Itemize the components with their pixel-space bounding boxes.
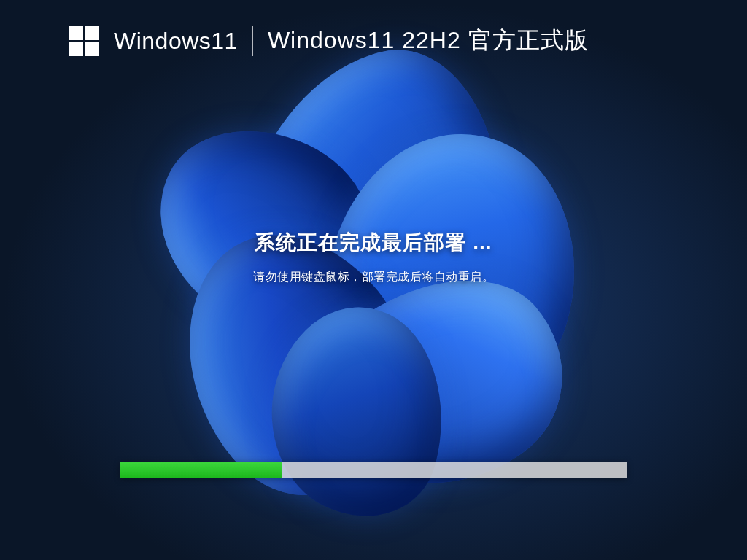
progress-bar xyxy=(120,462,627,478)
header-divider xyxy=(252,26,253,56)
status-sub-text: 请勿使用键盘鼠标，部署完成后将自动重启。 xyxy=(0,270,747,285)
status-main-text: 系统正在完成最后部署 ... xyxy=(0,229,747,257)
version-label: Windows11 22H2 官方正式版 xyxy=(268,25,589,57)
header-bar: Windows11 Windows11 22H2 官方正式版 xyxy=(69,25,589,57)
progress-fill xyxy=(120,462,282,478)
brand-label: Windows11 xyxy=(114,28,238,55)
windows-logo-icon xyxy=(69,26,99,56)
status-area: 系统正在完成最后部署 ... 请勿使用键盘鼠标，部署完成后将自动重启。 xyxy=(0,229,747,285)
